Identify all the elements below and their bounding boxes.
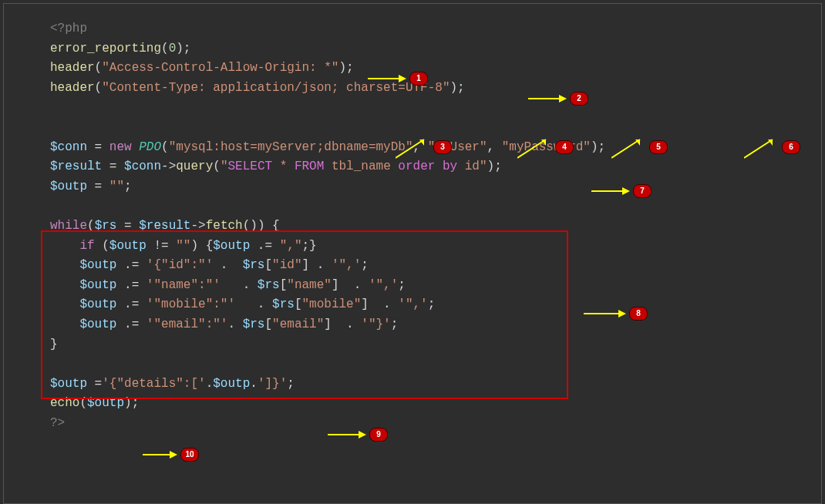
code-line-5 xyxy=(50,98,821,118)
arrow-icon xyxy=(517,135,552,160)
annotation-badge: 8 xyxy=(629,307,648,321)
arrow-icon xyxy=(611,135,646,160)
code-line-9: $outp = ""; xyxy=(50,177,821,197)
arrow-icon xyxy=(328,430,366,439)
annotation-badge: 3 xyxy=(433,140,452,154)
svg-marker-1 xyxy=(399,75,406,82)
annotation-badge: 7 xyxy=(633,184,652,198)
annotation-badge: 9 xyxy=(369,428,388,442)
code-line-15: $outp .= '"mobile":"' . $rs["mobile"] . … xyxy=(50,295,821,315)
arrow-icon xyxy=(528,94,567,103)
annotation-8: 8 xyxy=(584,307,648,321)
annotation-4: 4 xyxy=(517,135,574,160)
svg-line-10 xyxy=(744,139,773,158)
code-line-8: $result = $conn->query("SELECT * FROM tb… xyxy=(50,157,821,177)
annotation-badge: 10 xyxy=(180,448,199,462)
annotation-badge: 6 xyxy=(782,140,800,154)
svg-line-4 xyxy=(396,139,424,158)
annotation-2: 2 xyxy=(528,92,588,106)
code-line-21: ?> xyxy=(50,414,821,434)
annotation-badge: 4 xyxy=(555,140,574,154)
svg-line-6 xyxy=(517,139,546,158)
annotation-badge: 5 xyxy=(649,140,668,154)
code-line-4: header("Content-Type: application/json; … xyxy=(50,79,821,99)
annotation-5: 5 xyxy=(611,135,668,160)
svg-line-8 xyxy=(611,139,640,158)
code-line-13: $outp .= '{"id":"' . $rs["id"] . '",'; xyxy=(50,256,821,276)
svg-marker-3 xyxy=(559,95,567,102)
annotation-10: 10 xyxy=(143,448,199,462)
arrow-icon xyxy=(143,450,177,459)
code-line-19: $outp ='{"details":['.$outp.']}'; xyxy=(50,375,821,395)
code-line-18 xyxy=(50,354,821,375)
code-line-1: <?php xyxy=(50,19,821,39)
code-line-17: } xyxy=(50,335,821,355)
code-line-14: $outp .= '"name":"' . $rs["name"] . '",'… xyxy=(50,276,821,296)
code-editor-pane: <?php error_reporting(0); header("Access… xyxy=(3,3,822,504)
svg-marker-17 xyxy=(359,431,366,438)
annotation-7: 7 xyxy=(591,184,652,198)
code-line-10 xyxy=(50,197,821,217)
svg-marker-19 xyxy=(170,451,177,459)
code-line-20: echo($outp); xyxy=(50,394,821,414)
arrow-icon xyxy=(584,309,626,318)
code-line-12: if ($outp != "") {$outp .= ",";} xyxy=(50,237,821,257)
annotation-3: 3 xyxy=(396,135,452,160)
code-line-11: while($rs = $result->fetch()) { xyxy=(50,217,821,237)
arrow-icon xyxy=(591,186,630,196)
svg-marker-13 xyxy=(622,187,630,195)
annotation-1: 1 xyxy=(368,72,428,86)
code-line-3: header("Access-Control-Allow-Origin: *")… xyxy=(50,59,821,79)
arrow-icon xyxy=(368,74,406,83)
code-line-16: $outp .= '"email":"'. $rs["email"] . '"}… xyxy=(50,315,821,335)
arrow-icon xyxy=(396,135,430,160)
annotation-badge: 2 xyxy=(570,92,588,106)
annotation-9: 9 xyxy=(328,428,388,442)
arrow-icon xyxy=(744,135,779,160)
svg-marker-15 xyxy=(618,310,626,318)
code-line-2: error_reporting(0); xyxy=(50,39,821,59)
annotation-6: 6 xyxy=(744,135,800,160)
annotation-badge: 1 xyxy=(409,72,428,86)
